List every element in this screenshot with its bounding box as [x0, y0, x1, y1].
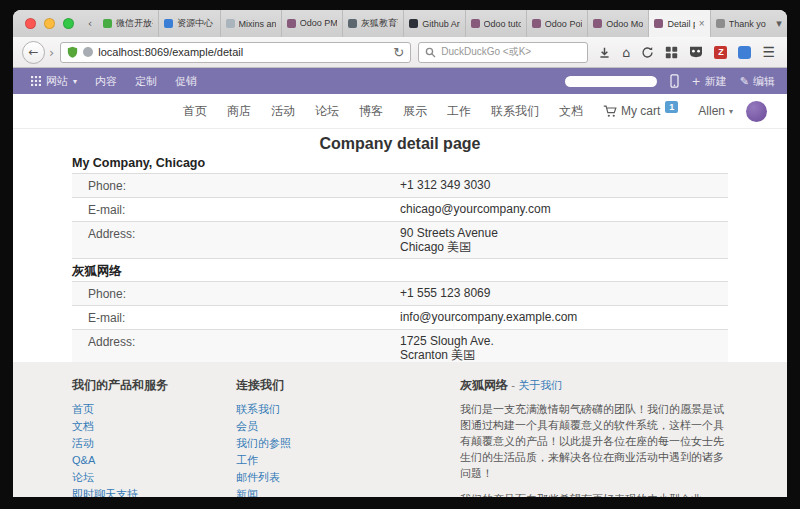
url-bar[interactable]: localhost:8069/example/detail ↻: [60, 42, 411, 63]
browser-tab[interactable]: Odoo tutorials: [465, 10, 526, 37]
footer-link[interactable]: 活动: [72, 435, 236, 452]
odoo-apps-grid-icon: [31, 76, 41, 86]
nav-item-jobs[interactable]: 工作: [437, 103, 481, 120]
my-cart-link[interactable]: My cart 1: [593, 104, 688, 118]
search-bar[interactable]: DuckDuckGo <或K>: [418, 42, 588, 63]
tab-title: 微信开放平: [116, 17, 153, 30]
edit-button[interactable]: ✎ 编辑: [740, 74, 775, 89]
footer-link[interactable]: 联系我们: [236, 401, 460, 418]
browser-tab[interactable]: Odoo Point: [526, 10, 587, 37]
nav-item-blog[interactable]: 博客: [349, 103, 393, 120]
company-section: 灰狐网络 Phone: +1 555 123 8069 E-mail: info…: [72, 264, 728, 362]
user-menu[interactable]: Allen ▾: [688, 104, 743, 118]
nav-item-contact[interactable]: 联系我们: [481, 103, 549, 120]
tab-overflow-icon[interactable]: ▾: [771, 10, 787, 37]
navigation-toolbar: ← › localhost:8069/example/detail ↻ Duck…: [13, 37, 787, 68]
footer-about-column: 灰狐网络 - 关于我们 我们是一支充满激情朝气磅礴的团队！我们的愿景是试图通过构…: [460, 377, 728, 497]
footer-link[interactable]: 首页: [72, 401, 236, 418]
field-value: chicago@yourcompany.com: [400, 198, 728, 222]
url-text[interactable]: localhost:8069/example/detail: [98, 46, 388, 58]
tab-bar: ‹ 微信开放平 资源中心 - Mixins and Odoo PM 模 灰狐教育…: [13, 10, 787, 37]
field-value: +1 555 123 8069: [400, 282, 728, 306]
zotero-icon[interactable]: Z: [714, 46, 727, 59]
table-row: Address: 1725 Slough Ave. Scranton 美国: [72, 330, 728, 363]
tab-title: Odoo tutorials: [484, 19, 521, 29]
tab-title: Odoo Point: [545, 19, 582, 29]
company-section: My Company, Chicago Phone: +1 312 349 30…: [72, 156, 728, 259]
odoo-menu-label: 内容: [95, 74, 117, 89]
odoo-website-menu[interactable]: 网站 ▾: [25, 68, 86, 94]
sync-icon[interactable]: [641, 46, 654, 59]
tab-title: Mixins and: [239, 19, 276, 29]
tab-scroll-left-icon[interactable]: ‹: [82, 10, 98, 37]
table-row: E-mail: chicago@yourcompany.com: [72, 198, 728, 222]
table-row: Address: 90 Streets Avenue Chicago 美国: [72, 222, 728, 259]
zoom-window-button[interactable]: [63, 18, 74, 29]
odoo-promote-menu[interactable]: 促销: [166, 68, 206, 94]
nav-item-forum[interactable]: 论坛: [305, 103, 349, 120]
footer-link[interactable]: 新闻: [236, 486, 460, 497]
footer-heading: 我们的产品和服务: [72, 377, 236, 394]
field-label: Phone:: [72, 282, 400, 306]
nav-item-docs[interactable]: 文档: [549, 103, 593, 120]
odoo-customize-menu[interactable]: 定制: [126, 68, 166, 94]
mobile-preview-icon[interactable]: [670, 74, 679, 88]
apps-grid-icon[interactable]: [665, 46, 678, 59]
browser-tab[interactable]: Odoo PM 模: [281, 10, 342, 37]
user-avatar[interactable]: [746, 101, 767, 122]
tab-favicon-icon: [226, 19, 235, 28]
site-footer: 我们的产品和服务 首页 文档 活动 Q&A 论坛 即时聊天支持 连接我们 联系我…: [13, 362, 787, 497]
footer-link[interactable]: Q&A: [72, 452, 236, 469]
browser-tab[interactable]: 资源中心 -: [158, 10, 219, 37]
tab-close-icon[interactable]: ×: [699, 19, 705, 29]
address-line: Scranton 美国: [400, 349, 728, 363]
tab-favicon-icon: [164, 19, 173, 28]
search-placeholder[interactable]: DuckDuckGo <或K>: [441, 45, 531, 59]
nav-item-home[interactable]: 首页: [173, 103, 217, 120]
search-icon: [425, 47, 436, 58]
window-controls: [13, 10, 82, 37]
download-icon[interactable]: [598, 46, 611, 59]
tab-title: Odoo PM 模: [300, 17, 337, 30]
tab-favicon-icon: [287, 19, 296, 28]
tab-favicon-icon: [471, 19, 480, 28]
browser-tab[interactable]: Github Archive: [403, 10, 464, 37]
pencil-icon: ✎: [740, 75, 749, 88]
forward-button[interactable]: ›: [49, 45, 54, 60]
loading-pill: [565, 76, 657, 87]
footer-link[interactable]: 邮件列表: [236, 469, 460, 486]
footer-link[interactable]: 会员: [236, 418, 460, 435]
browser-tab[interactable]: 灰狐教育课: [342, 10, 403, 37]
close-window-button[interactable]: [25, 18, 36, 29]
odoo-content-menu[interactable]: 内容: [86, 68, 126, 94]
new-page-button[interactable]: + 新建: [692, 74, 727, 89]
field-label: E-mail:: [72, 306, 400, 330]
browser-tab[interactable]: 微信开放平: [98, 10, 158, 37]
footer-link[interactable]: 我们的参照: [236, 435, 460, 452]
privacy-mask-icon[interactable]: [689, 46, 703, 58]
browser-tab-active[interactable]: Detail p ×: [648, 10, 709, 37]
browser-tab[interactable]: Mixins and: [220, 10, 281, 37]
shield-icon[interactable]: [67, 46, 78, 58]
tab-favicon-icon: [532, 19, 541, 28]
footer-heading-separator: -: [511, 379, 515, 391]
nav-item-references[interactable]: 展示: [393, 103, 437, 120]
browser-tab[interactable]: Thank you: [710, 10, 771, 37]
back-button[interactable]: ←: [22, 41, 45, 64]
site-identity-icon[interactable]: [83, 47, 93, 57]
home-icon[interactable]: ⌂: [622, 46, 630, 59]
footer-link[interactable]: 工作: [236, 452, 460, 469]
nav-item-shop[interactable]: 商店: [217, 103, 261, 120]
minimize-window-button[interactable]: [44, 18, 55, 29]
browser-tab[interactable]: Odoo Mobi: [587, 10, 648, 37]
user-name: Allen: [698, 104, 725, 118]
footer-products-column: 我们的产品和服务 首页 文档 活动 Q&A 论坛 即时聊天支持: [72, 377, 236, 497]
footer-link[interactable]: 文档: [72, 418, 236, 435]
nav-item-events[interactable]: 活动: [261, 103, 305, 120]
pocket-icon[interactable]: [738, 46, 751, 59]
footer-link[interactable]: 即时聊天支持: [72, 486, 236, 497]
reload-icon[interactable]: ↻: [393, 46, 404, 59]
menu-icon[interactable]: ☰: [762, 45, 775, 59]
about-us-link[interactable]: 关于我们: [518, 379, 562, 391]
footer-link[interactable]: 论坛: [72, 469, 236, 486]
